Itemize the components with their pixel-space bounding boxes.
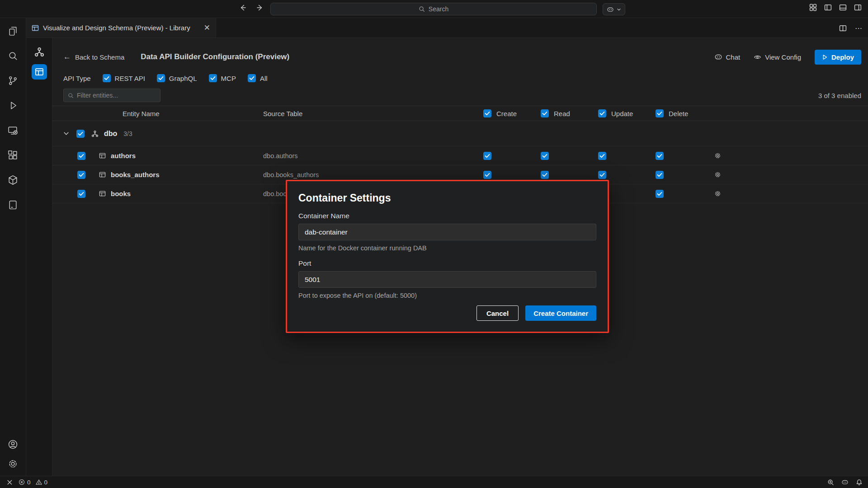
page-toolbar: ← Back to Schema Data API Builder Config… [52, 49, 868, 65]
row-settings-gear-icon[interactable] [714, 190, 722, 197]
table-header-row: Entity Name Source Table Create Read [52, 106, 868, 121]
problems-indicator[interactable]: 0 0 [19, 479, 47, 486]
more-actions-icon[interactable]: ⋯ [855, 24, 863, 33]
rest-api-checkbox[interactable] [103, 74, 111, 82]
explorer-icon[interactable] [7, 25, 19, 37]
read-all-checkbox[interactable] [541, 109, 549, 117]
schema-designer-tab-icon [32, 24, 39, 32]
remote-explorer-icon[interactable] [7, 125, 19, 136]
enabled-summary: 3 of 3 enabled [818, 92, 861, 99]
row-checkbox[interactable] [77, 171, 85, 179]
mcp-checkbox[interactable] [209, 74, 217, 82]
toggle-panel-icon[interactable] [839, 4, 847, 11]
api-type-label: API Type [63, 75, 91, 82]
source-table: dbo.authors [263, 152, 483, 160]
warning-count: 0 [44, 479, 48, 486]
container-name-help: Name for the Docker container running DA… [298, 244, 596, 252]
row-checkbox[interactable] [77, 152, 85, 160]
tab-label: Visualize and Design Schema (Preview) - … [43, 24, 190, 32]
container-settings-dialog: Container Settings Container Name Name f… [286, 180, 609, 333]
header-create: Create [483, 109, 541, 117]
header-update: Update [598, 109, 656, 117]
table-icon [99, 171, 106, 178]
zoom-icon[interactable] [827, 479, 834, 486]
dialog-title: Container Settings [298, 192, 596, 204]
container-name-label: Container Name [298, 212, 596, 220]
row-settings-gear-icon[interactable] [714, 171, 722, 178]
port-help: Port to expose the API on (default: 5000… [298, 292, 596, 299]
cancel-button[interactable]: Cancel [476, 305, 519, 321]
update-checkbox[interactable] [598, 152, 606, 160]
toggle-sidebar-right-icon[interactable] [854, 4, 862, 11]
filter-entities-input[interactable] [77, 92, 156, 99]
history-nav [239, 4, 264, 12]
row-checkbox[interactable] [77, 190, 85, 198]
source-control-icon[interactable] [7, 75, 19, 86]
filter-row: 3 of 3 enabled [52, 89, 868, 102]
database-projects-icon[interactable] [7, 174, 19, 186]
delete-checkbox[interactable] [656, 152, 664, 160]
schema-group-row[interactable]: dbo 3/3 [52, 121, 868, 146]
copilot-menu-button[interactable] [603, 3, 625, 15]
split-editor-icon[interactable] [839, 24, 847, 32]
update-label: Update [611, 110, 633, 117]
mcp-label: MCP [221, 75, 236, 82]
api-type-option-all[interactable]: All [248, 74, 268, 82]
page-title: Data API Builder Configuration (Preview) [141, 52, 289, 61]
tab-close-icon[interactable]: ✕ [204, 24, 210, 32]
table-row: authors dbo.authors [52, 146, 868, 165]
row-settings-gear-icon[interactable] [714, 152, 722, 160]
group-checkbox[interactable] [76, 130, 85, 138]
view-config-button[interactable]: View Config [754, 53, 801, 61]
header-read: Read [541, 109, 598, 117]
api-type-option-graphql[interactable]: GraphQL [157, 74, 197, 82]
notifications-bell-icon[interactable] [856, 479, 863, 486]
settings-gear-icon[interactable] [7, 458, 19, 469]
schema-diagram-icon[interactable] [32, 44, 47, 60]
copilot-chat-icon [714, 53, 722, 61]
create-container-button[interactable]: Create Container [525, 305, 596, 321]
back-to-schema-button[interactable]: ← Back to Schema [63, 52, 124, 61]
chevron-down-icon[interactable] [63, 131, 69, 136]
chevron-down-icon [617, 7, 621, 12]
read-checkbox[interactable] [541, 171, 549, 179]
extensions-icon[interactable] [7, 150, 19, 161]
dab-config-icon[interactable] [32, 64, 47, 80]
port-input[interactable] [298, 271, 596, 288]
search-sidebar-icon[interactable] [7, 50, 19, 61]
delete-checkbox[interactable] [656, 171, 664, 179]
connections-icon[interactable] [7, 199, 19, 211]
container-name-input[interactable] [298, 224, 596, 240]
create-checkbox[interactable] [483, 152, 491, 160]
account-icon[interactable] [7, 439, 19, 450]
api-type-option-rest[interactable]: REST API [103, 74, 145, 82]
api-type-option-mcp[interactable]: MCP [209, 74, 236, 82]
copilot-status-icon[interactable] [841, 479, 849, 486]
delete-all-checkbox[interactable] [656, 109, 664, 117]
run-debug-icon[interactable] [7, 100, 19, 111]
eye-icon [754, 53, 761, 61]
search-icon [68, 93, 74, 99]
read-checkbox[interactable] [541, 152, 549, 160]
chat-button[interactable]: Chat [714, 53, 741, 61]
schema-icon [91, 130, 99, 137]
table-icon [99, 152, 106, 159]
back-arrow-icon[interactable] [239, 4, 247, 12]
all-checkbox[interactable] [248, 74, 256, 82]
deploy-button[interactable]: Deploy [815, 50, 861, 65]
copilot-icon [607, 6, 614, 13]
customize-layout-icon[interactable] [809, 4, 817, 11]
graphql-checkbox[interactable] [157, 74, 165, 82]
forward-arrow-icon[interactable] [256, 4, 264, 12]
search-icon [419, 6, 425, 12]
delete-checkbox[interactable] [656, 190, 664, 198]
tab-visualize-schema[interactable]: Visualize and Design Schema (Preview) - … [26, 18, 216, 38]
create-all-checkbox[interactable] [483, 109, 491, 117]
command-center-search[interactable]: Search [270, 3, 597, 15]
update-checkbox[interactable] [598, 171, 606, 179]
api-type-row: API Type REST API GraphQL MCP [52, 71, 868, 85]
create-checkbox[interactable] [483, 171, 491, 179]
toggle-sidebar-left-icon[interactable] [824, 4, 832, 11]
remote-indicator-icon[interactable] [5, 479, 12, 486]
update-all-checkbox[interactable] [598, 109, 606, 117]
